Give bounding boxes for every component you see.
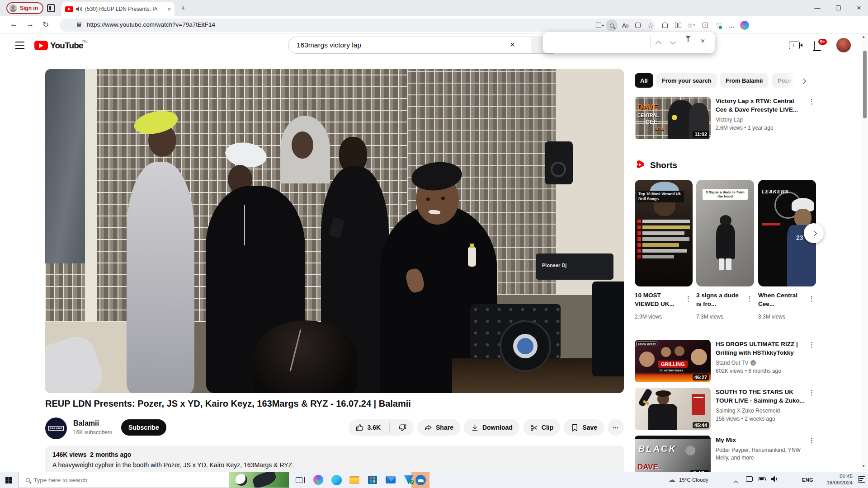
share-button[interactable]: Share xyxy=(417,419,460,436)
subscribe-button[interactable]: Subscribe xyxy=(121,419,166,436)
youtube-logo-icon[interactable] xyxy=(34,41,48,50)
mail-icon[interactable] xyxy=(384,474,397,486)
file-explorer-icon[interactable] xyxy=(348,474,361,486)
weather-text[interactable]: 15°C Cloudy xyxy=(679,477,708,483)
favorites-bar-icon[interactable]: ☆≡ xyxy=(686,20,696,30)
clock-time[interactable]: 01:45 xyxy=(824,474,853,479)
taskbar-search-input[interactable] xyxy=(33,477,183,483)
more-actions-button[interactable]: ⋯ xyxy=(608,419,624,436)
related-thumbnail[interactable]: 45:44 xyxy=(635,388,711,430)
browser-essentials-icon[interactable]: ♡ xyxy=(713,20,723,30)
short-card-1[interactable]: Top 10 Most Viewed Uk Drill Songs xyxy=(635,180,693,286)
window-close-button[interactable]: × xyxy=(849,0,868,16)
short-menu-icon[interactable]: ⋮ xyxy=(808,295,815,303)
short-menu-icon[interactable]: ⋮ xyxy=(746,295,753,303)
favorite-star-icon[interactable]: ☆ xyxy=(646,20,656,30)
notifications-bell-icon[interactable] xyxy=(814,42,815,50)
find-next-icon[interactable] xyxy=(671,38,675,45)
related-menu-icon[interactable]: ⋮ xyxy=(808,98,815,106)
save-button[interactable]: Save xyxy=(564,419,604,436)
tray-volume-icon[interactable] xyxy=(771,476,778,484)
related-title[interactable]: SOUTH TO THE STARS UK TOUR LIVE - Saimin… xyxy=(716,388,806,405)
split-screen-icon[interactable] xyxy=(673,20,683,30)
window-minimize-button[interactable]: — xyxy=(807,0,827,16)
security-app-icon[interactable] xyxy=(402,474,415,486)
like-button[interactable]: 3.6K xyxy=(349,419,386,436)
download-button[interactable]: Download xyxy=(464,419,519,436)
chip-from-balamii[interactable]: From Balamii xyxy=(720,73,768,88)
chips-scroll-icon[interactable] xyxy=(801,77,805,85)
related-title[interactable]: Victory Lap x RTW: Central Cee & Dave Fr… xyxy=(716,97,806,114)
tray-expand-icon[interactable] xyxy=(734,478,737,486)
language-indicator[interactable]: ENG xyxy=(802,477,813,483)
task-view-icon[interactable] xyxy=(294,474,307,486)
find-close-icon[interactable]: × xyxy=(701,37,705,45)
short-title-1[interactable]: 10 MOST VIEWED UK... xyxy=(635,291,680,308)
related-thumbnail[interactable]: DAVE CENTRAL CEE LIVE 11:02 xyxy=(635,97,711,139)
scrollbar-thumb[interactable] xyxy=(863,51,867,118)
chip-all[interactable]: All xyxy=(635,73,653,88)
workspaces-icon[interactable] xyxy=(47,4,55,12)
taskbar-search-box[interactable] xyxy=(18,472,289,488)
window-maximize-button[interactable] xyxy=(828,0,848,16)
browser-tab[interactable]: (530) REUP LDN Presents: Poz × xyxy=(61,2,175,16)
new-tab-button[interactable]: + xyxy=(181,4,185,13)
chip-from-your-search[interactable]: From your search xyxy=(656,73,717,88)
short-title-2[interactable]: 3 signs a dude is fro... xyxy=(696,291,741,308)
related-title[interactable]: My Mix xyxy=(716,436,806,444)
tray-battery-icon[interactable] xyxy=(759,477,766,481)
related-channel[interactable]: Saiming X Zuko Rosemeid xyxy=(716,408,780,414)
clock-date[interactable]: 18/09/2024 xyxy=(824,480,853,485)
taskbar-copilot-icon[interactable] xyxy=(312,474,325,486)
back-button[interactable]: ← xyxy=(10,20,18,29)
video-popout-icon[interactable] xyxy=(633,20,643,30)
search-clear-icon[interactable]: × xyxy=(510,40,515,50)
start-button[interactable] xyxy=(5,477,12,483)
account-avatar[interactable] xyxy=(836,38,851,52)
split-window-icon[interactable]: + xyxy=(595,20,605,30)
related-channel[interactable]: Potter Payper, Hanumankind, YNW Melly, a… xyxy=(716,446,811,462)
forward-button[interactable]: → xyxy=(26,20,34,29)
chip-pozer[interactable]: Poze xyxy=(772,73,796,88)
related-menu-icon[interactable]: ⋮ xyxy=(808,389,815,397)
scrollbar-down-icon[interactable]: ▾ xyxy=(863,464,865,468)
find-filter-icon[interactable] xyxy=(685,39,691,46)
tab-close-icon[interactable]: × xyxy=(167,6,171,13)
guide-menu-icon[interactable] xyxy=(15,42,24,49)
dislike-button[interactable] xyxy=(393,419,414,436)
action-center-icon[interactable] xyxy=(858,476,865,483)
related-menu-icon[interactable]: ⋮ xyxy=(808,341,815,349)
channel-avatar[interactable]: BALAMII xyxy=(45,418,67,439)
refresh-button[interactable]: ↻ xyxy=(42,20,49,29)
create-button[interactable] xyxy=(789,42,800,49)
short-title-3[interactable]: When Central Cee... xyxy=(758,291,803,308)
search-in-sidebar-icon[interactable] xyxy=(606,19,618,31)
read-aloud-icon[interactable]: A)) xyxy=(620,20,630,30)
onedrive-app-icon[interactable] xyxy=(414,474,427,486)
related-title[interactable]: HS DROPS ULTIMATE RIZZ | Grilling with H… xyxy=(716,340,806,357)
related-menu-icon[interactable]: ⋮ xyxy=(808,436,815,445)
clip-button[interactable]: Clip xyxy=(523,419,560,436)
short-menu-icon[interactable]: ⋮ xyxy=(685,295,692,303)
taskbar-edge-icon[interactable] xyxy=(330,474,343,486)
search-box[interactable] xyxy=(288,37,532,54)
short-card-2[interactable]: 3 Signs a dude is from the hood xyxy=(696,180,754,286)
video-player[interactable]: Pioneer Dj xyxy=(45,69,624,393)
shorts-scroll-button[interactable] xyxy=(804,223,824,243)
related-channel[interactable]: Stand Out TV xyxy=(716,360,756,366)
copilot-icon[interactable] xyxy=(740,20,750,30)
related-channel[interactable]: Victory Lap xyxy=(716,117,743,123)
extensions-icon[interactable] xyxy=(660,20,670,30)
edge-signin-button[interactable]: Sign in xyxy=(6,2,43,14)
url-text[interactable]: https://www.youtube.com/watch?v=79a7tEit… xyxy=(87,21,215,28)
related-thumbnail[interactable]: STAND OUT.TV GRILLING FT. HSTIKKYTOKKY 4… xyxy=(635,340,711,382)
microsoft-store-icon[interactable] xyxy=(366,474,379,486)
collections-icon[interactable]: + xyxy=(700,20,710,30)
search-input[interactable] xyxy=(297,41,509,49)
channel-name[interactable]: Balamii xyxy=(73,419,99,427)
settings-more-icon[interactable]: … xyxy=(727,20,737,30)
tab-audio-icon[interactable] xyxy=(76,6,82,12)
find-previous-icon[interactable] xyxy=(656,40,660,47)
tray-display-icon[interactable] xyxy=(746,476,753,482)
youtube-logo-text[interactable]: YouTube xyxy=(50,41,83,51)
